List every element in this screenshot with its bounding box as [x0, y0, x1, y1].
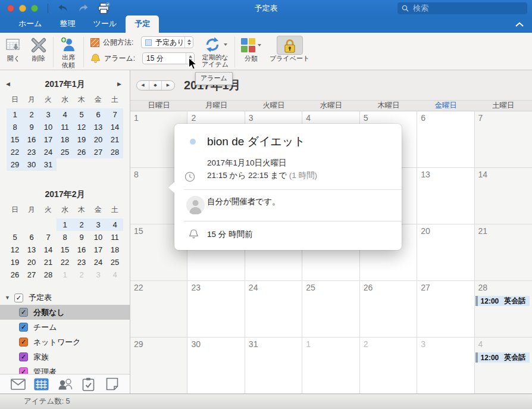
tasks-module-button[interactable] [80, 377, 97, 391]
mini-cal-day[interactable]: 16 [23, 133, 40, 146]
mini-cal-day[interactable]: 6 [23, 231, 40, 243]
mini-cal-day[interactable]: 25 [57, 146, 73, 158]
calendar-day-cell[interactable]: 21 [475, 224, 532, 280]
calendar-checkbox[interactable]: ✓ [14, 294, 23, 302]
mini-cal-day[interactable]: 11 [107, 231, 123, 243]
prev-month-arrow-icon[interactable]: ◀ [6, 81, 10, 87]
invite-attendees-button[interactable]: 出席 依頼 [55, 35, 82, 70]
categorize-button[interactable]: 分類 [237, 35, 265, 70]
today-button[interactable]: ◆ [149, 81, 162, 90]
redo-button[interactable] [76, 2, 91, 15]
private-button[interactable]: プライベート [265, 35, 314, 70]
tab-appointment[interactable]: 予定 [126, 15, 159, 33]
mini-cal-day[interactable]: 10 [90, 231, 107, 243]
mini-cal-day[interactable]: 24 [40, 146, 57, 158]
calendar-list-item[interactable]: ✓分類なし [0, 305, 130, 320]
mini-cal-day[interactable]: 1 [57, 218, 73, 231]
calendar-day-cell[interactable]: 30 [187, 338, 245, 394]
calendar-day-cell[interactable]: 31 [245, 338, 302, 394]
mini-cal-day[interactable]: 15 [57, 243, 73, 256]
mini-cal-day[interactable]: 14 [40, 243, 57, 256]
calendar-day-cell[interactable]: 14 [475, 168, 532, 224]
mini-cal-day[interactable]: 4 [107, 218, 123, 231]
search-input[interactable]: 検索 [398, 2, 527, 14]
delete-button[interactable]: 削除 [26, 35, 51, 70]
mini-cal-day[interactable]: 27 [23, 268, 40, 281]
mini-cal-day[interactable]: 7 [107, 108, 123, 121]
mini-cal-day[interactable]: 28 [40, 268, 57, 281]
calendar-day-cell[interactable]: 20 [417, 224, 474, 280]
calendar-list-item[interactable]: ✓チーム [0, 320, 130, 335]
calendar-day-cell[interactable]: 1 [302, 338, 359, 394]
calendar-checkbox[interactable]: ✓ [19, 352, 28, 361]
disclosure-triangle-icon[interactable]: ▼ [5, 295, 10, 301]
tab-organize[interactable]: 整理 [51, 15, 85, 33]
mini-cal-day[interactable]: 18 [57, 133, 73, 146]
mini-cal-day[interactable]: 10 [40, 121, 57, 133]
show-as-stepper[interactable] [184, 37, 193, 48]
mini-cal-day[interactable]: 26 [73, 146, 90, 158]
mini-cal-day[interactable]: 21 [40, 256, 57, 268]
mini-cal-day[interactable]: 7 [40, 231, 57, 243]
calendar-day-cell[interactable]: 22 [130, 281, 187, 337]
mini-cal-day[interactable]: 3 [90, 268, 107, 281]
calendar-checkbox[interactable]: ✓ [19, 323, 28, 332]
mini-cal-day[interactable]: 5 [7, 231, 23, 243]
mini-cal-day[interactable]: 23 [73, 256, 90, 268]
calendar-day-cell[interactable]: 2812:00英会話 [475, 281, 532, 337]
mini-cal-day[interactable]: 17 [40, 133, 57, 146]
mini-cal-day[interactable]: 14 [107, 121, 123, 133]
calendar-day-cell[interactable]: 23 [187, 281, 245, 337]
tab-tools[interactable]: ツール [85, 15, 126, 33]
mail-module-button[interactable] [10, 377, 26, 391]
event-chip[interactable]: 12:00英会話 [475, 352, 530, 363]
people-module-button[interactable] [57, 377, 73, 391]
mini-cal-day[interactable]: 4 [107, 268, 123, 281]
mini-cal-day[interactable]: 2 [73, 268, 90, 281]
print-button[interactable] [96, 2, 111, 15]
mini-cal-day[interactable]: 9 [73, 231, 90, 243]
calendar-list-item[interactable]: ✓ネットワーク [0, 335, 130, 349]
mini-cal-day[interactable]: 9 [23, 121, 40, 133]
collapse-ribbon-button[interactable] [515, 20, 524, 29]
calendar-list-root[interactable]: ▼ ✓ 予定表 [0, 291, 130, 305]
mini-cal-day[interactable]: 25 [107, 256, 123, 268]
calendar-day-cell[interactable]: 13 [417, 168, 474, 224]
prev-month-button[interactable]: ◀ [137, 81, 149, 90]
mini-cal-day[interactable]: 21 [107, 133, 123, 146]
open-button[interactable]: 開く [1, 35, 26, 70]
calendar-day-cell[interactable]: 412:00英会話 [475, 338, 532, 394]
notes-module-button[interactable] [104, 377, 120, 391]
mini-cal-day[interactable]: 2 [23, 108, 40, 121]
mini-cal-day[interactable]: 17 [90, 243, 107, 256]
mini-cal-day[interactable]: 24 [90, 256, 107, 268]
mini-cal-day[interactable]: 30 [23, 158, 40, 171]
minimize-window-button[interactable] [19, 5, 26, 12]
mini-cal-day[interactable]: 3 [40, 108, 57, 121]
reminder-dropdown[interactable]: 15 分 [142, 52, 195, 64]
mini-cal-day[interactable]: 1 [57, 268, 73, 281]
zoom-window-button[interactable] [31, 5, 38, 12]
close-window-button[interactable] [7, 5, 14, 12]
mini-cal-day[interactable]: 13 [90, 121, 107, 133]
calendar-day-cell[interactable]: 29 [130, 338, 187, 394]
mini-cal-day[interactable]: 20 [90, 133, 107, 146]
calendar-day-cell[interactable]: 24 [245, 281, 302, 337]
calendar-checkbox[interactable]: ✓ [19, 308, 28, 317]
event-chip[interactable]: 12:00英会話 [475, 296, 530, 306]
mini-cal-day[interactable]: 1 [7, 108, 23, 121]
mini-cal-day[interactable]: 5 [73, 108, 90, 121]
mini-cal-day[interactable]: 19 [7, 256, 23, 268]
calendar-day-cell[interactable]: 25 [302, 281, 359, 337]
mini-cal-day[interactable]: 28 [107, 146, 123, 158]
undo-button[interactable] [55, 2, 71, 15]
mini-cal-day[interactable]: 11 [57, 121, 73, 133]
mini-cal-day[interactable]: 8 [7, 121, 23, 133]
mini-cal-day[interactable]: 18 [107, 243, 123, 256]
calendar-day-cell[interactable]: 7 [475, 111, 532, 167]
mini-cal-day[interactable]: 12 [7, 243, 23, 256]
calendar-day-cell[interactable]: 6 [417, 111, 474, 167]
next-month-button[interactable]: ▶ [162, 81, 174, 90]
calendar-checkbox[interactable]: ✓ [19, 338, 28, 346]
calendar-day-cell[interactable]: 3 [417, 338, 474, 394]
